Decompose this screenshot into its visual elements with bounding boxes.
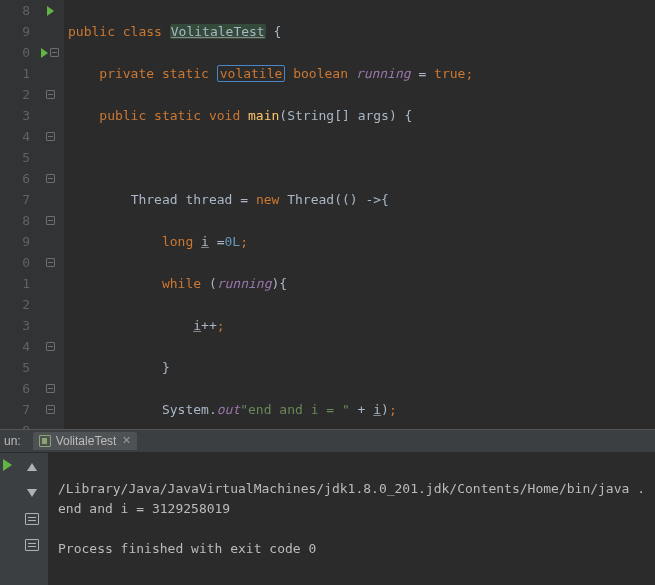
- fold-icon[interactable]: [46, 132, 55, 141]
- gutter-markers: [36, 0, 64, 429]
- code-content[interactable]: public class VolitaleTest { private stat…: [64, 0, 655, 429]
- fold-icon[interactable]: [46, 384, 55, 393]
- fold-icon[interactable]: [46, 174, 55, 183]
- fold-icon[interactable]: [46, 258, 55, 267]
- arrow-up-icon[interactable]: [23, 458, 41, 476]
- console-panel: /Library/Java/JavaVirtualMachines/jdk1.8…: [0, 453, 655, 585]
- rerun-icon[interactable]: [3, 459, 12, 471]
- line-number-gutter: 8 9 0 1 2 3 4 5 6 7 8 9 0 1 2 3 4 5 6 7 …: [0, 0, 36, 429]
- run-toolbar-left: [0, 453, 15, 585]
- arrow-down-icon[interactable]: [23, 484, 41, 502]
- run-gutter-icon[interactable]: [41, 48, 48, 58]
- scroll-to-end-icon[interactable]: [23, 536, 41, 554]
- fold-icon[interactable]: [46, 216, 55, 225]
- run-panel-label: un:: [4, 434, 33, 448]
- close-icon[interactable]: ✕: [122, 434, 131, 447]
- fold-icon[interactable]: [46, 90, 55, 99]
- fold-icon[interactable]: [46, 342, 55, 351]
- run-tab-label: VolitaleTest: [56, 434, 117, 448]
- fold-icon[interactable]: [46, 405, 55, 414]
- console-output[interactable]: /Library/Java/JavaVirtualMachines/jdk1.8…: [48, 453, 655, 585]
- run-panel-header: un: VolitaleTest ✕: [0, 430, 655, 453]
- code-editor[interactable]: 8 9 0 1 2 3 4 5 6 7 8 9 0 1 2 3 4 5 6 7 …: [0, 0, 655, 429]
- run-config-icon: [39, 435, 51, 447]
- run-tab[interactable]: VolitaleTest ✕: [33, 432, 138, 450]
- soft-wrap-icon[interactable]: [23, 510, 41, 528]
- console-toolbar: [15, 453, 48, 585]
- fold-icon[interactable]: [50, 48, 59, 57]
- run-gutter-icon[interactable]: [47, 6, 54, 16]
